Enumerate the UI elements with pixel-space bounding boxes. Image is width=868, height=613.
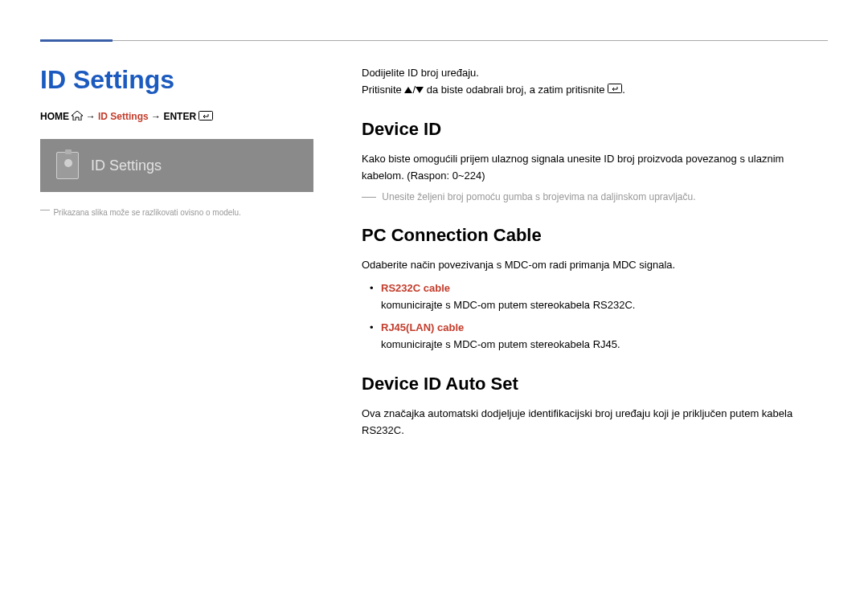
breadcrumb-arrow-1: → [86,111,96,122]
intro-line-2: Pritisnite / da biste odabrali broj, a z… [362,82,828,99]
intro-line-2b: da biste odabrali broj, a zatim pritisni… [427,84,608,96]
intro-line-1: Dodijelite ID broj uređaju. [362,65,828,82]
cable-desc: komunicirajte s MDC-om putem stereokabel… [381,297,828,314]
page: ID Settings HOME → ID Settings → ENTER I… [0,0,868,456]
breadcrumb: HOME → ID Settings → ENTER [40,111,313,123]
breadcrumb-enter: ENTER [163,111,196,122]
device-id-section: Device ID Kako biste omogućili prijem ul… [362,115,828,205]
ui-card: ID Settings [40,139,313,192]
id-badge-icon [56,152,79,179]
breadcrumb-arrow-2: → [151,111,161,122]
list-item: RJ45(LAN) cable komunicirajte s MDC-om p… [362,320,828,353]
pc-cable-body: Odaberite način povezivanja s MDC-om rad… [362,257,828,274]
auto-set-title: Device ID Auto Set [362,370,828,398]
enter-icon [199,111,213,123]
left-footnote-row: ― Prikazana slika može se razlikovati ov… [40,204,313,219]
intro-line-2a: Pritisnite [362,84,404,96]
auto-set-body: Ova značajka automatski dodjeljuje ident… [362,406,828,439]
arrow-down-icon [416,82,424,99]
auto-set-section: Device ID Auto Set Ova značajka automats… [362,370,828,439]
intro-section: Dodijelite ID broj uređaju. Pritisnite /… [362,65,828,99]
enter-icon-inline [608,82,622,99]
list-item: RS232C cable komunicirajte s MDC-om pute… [362,280,828,314]
top-bar [40,40,828,41]
breadcrumb-mid: ID Settings [98,111,149,122]
device-id-body: Kako biste omogućili prijem ulaznog sign… [362,151,828,185]
cable-desc: komunicirajte s MDC-om putem stereokabel… [381,337,828,353]
svg-rect-0 [199,112,213,121]
left-column: ID Settings HOME → ID Settings → ENTER I… [40,65,313,456]
breadcrumb-home: HOME [40,111,69,122]
page-title: ID Settings [40,65,313,95]
content: ID Settings HOME → ID Settings → ENTER I… [40,65,828,456]
left-footnote: Prikazana slika može se razlikovati ovis… [53,208,240,217]
cable-name: RJ45(LAN) cable [381,321,464,333]
cable-name: RS232C cable [381,282,450,294]
pc-cable-title: PC Connection Cable [362,221,828,249]
right-column: Dodijelite ID broj uređaju. Pritisnite /… [362,65,828,456]
cable-list: RS232C cable komunicirajte s MDC-om pute… [362,280,828,353]
arrow-up-icon [404,82,412,99]
intro-line-2c: . [622,84,625,96]
pc-cable-section: PC Connection Cable Odaberite način pove… [362,221,828,353]
footnote-dash: ― [40,204,50,215]
device-id-title: Device ID [362,115,828,143]
ui-card-label: ID Settings [91,157,162,174]
home-icon [72,111,83,123]
note-dash-icon [362,197,376,198]
device-id-note: Unesite željeni broj pomoću gumba s broj… [382,191,695,202]
top-bar-accent [40,39,113,42]
svg-rect-1 [608,84,622,92]
device-id-note-row: Unesite željeni broj pomoću gumba s broj… [362,190,828,205]
